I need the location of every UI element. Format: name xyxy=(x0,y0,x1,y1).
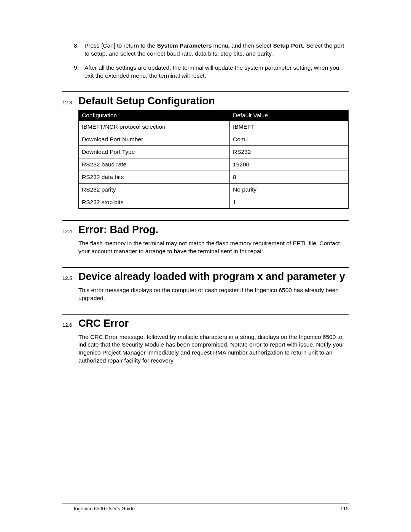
list-item: 8. Press [Can] to return to the System P… xyxy=(74,42,349,58)
section-header: 12.5 Device already loaded with program … xyxy=(62,271,349,283)
section-number: 12.6 xyxy=(62,321,78,328)
section-body: This error message displays on the compu… xyxy=(78,286,349,302)
section-title: CRC Error xyxy=(78,318,349,329)
list-number: 9. xyxy=(74,64,84,80)
section-body: The CRC Error message, followed by multi… xyxy=(78,333,349,365)
section-title: Device already loaded with program x and… xyxy=(78,271,349,283)
config-table: Configuration Default Value IBMEFT/NCR p… xyxy=(78,110,349,209)
section-title: Default Setup Configuration xyxy=(78,95,349,107)
page-content: 8. Press [Can] to return to the System P… xyxy=(62,42,349,365)
table-header-config: Configuration xyxy=(79,110,230,120)
page-number: 115 xyxy=(340,506,349,511)
footer-title: Ingenico 6500 User's Guide xyxy=(74,506,135,511)
section-number: 12.3 xyxy=(62,99,78,105)
section-rule xyxy=(62,314,349,315)
section-rule xyxy=(62,91,349,92)
page-footer: Ingenico 6500 User's Guide 115 xyxy=(62,503,349,511)
table-header-default: Default Value xyxy=(230,110,349,120)
table-row: IBMEFT/NCR protocol selectionIBMEFT xyxy=(79,120,349,133)
section-rule xyxy=(62,267,349,268)
table-row: RS232 baud rate19200 xyxy=(79,158,349,171)
section-number: 12.4 xyxy=(62,228,78,234)
list-number: 8. xyxy=(74,42,84,58)
list-text: Press [Can] to return to the System Para… xyxy=(84,42,349,58)
list-text: After all the settings are updated, the … xyxy=(84,64,349,80)
table-row: RS232 stop bits1 xyxy=(79,196,349,208)
section-header: 12.4 Error: Bad Prog. xyxy=(62,224,349,236)
section-header: 12.6 CRC Error xyxy=(62,318,349,329)
section-number: 12.5 xyxy=(62,275,78,281)
table-row: RS232 data bits8 xyxy=(79,171,349,183)
table-row: Download Port NumberCom1 xyxy=(79,133,349,145)
section-title: Error: Bad Prog. xyxy=(78,224,349,236)
table-header-row: Configuration Default Value xyxy=(79,110,349,120)
section-rule xyxy=(62,220,349,221)
list-item: 9. After all the settings are updated, t… xyxy=(74,64,349,80)
section-body: The flash memory in the terminal may not… xyxy=(78,240,349,256)
table-row: Download Port TypeRS232 xyxy=(79,145,349,158)
section-header: 12.3 Default Setup Configuration xyxy=(62,95,349,107)
table-row: RS232 parityNo parity xyxy=(79,183,349,196)
